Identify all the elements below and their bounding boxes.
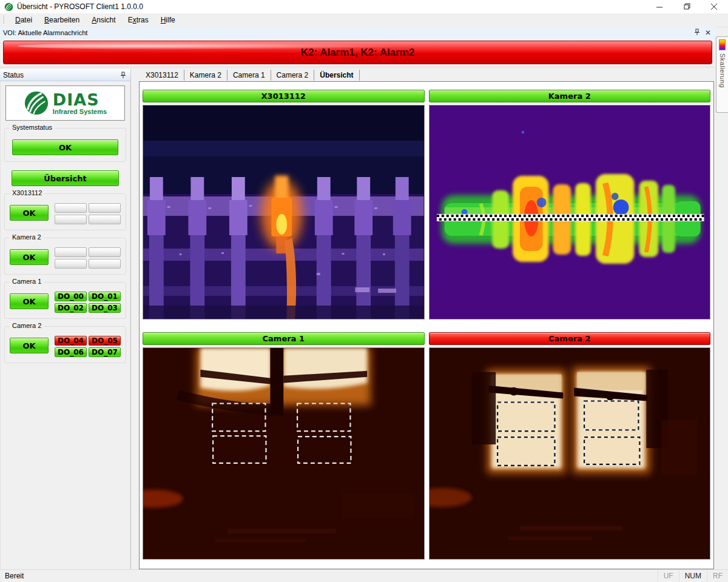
overview-page: X3013112: [139, 81, 714, 569]
window-title: Übersicht - PYROSOFT Client1 1.0.0.0: [17, 2, 143, 11]
alarm-message: K2: Alarm1, K2: Alarm2: [301, 47, 415, 59]
panel-status-header: X3013112: [143, 90, 425, 102]
sidebar-header: Status: [0, 69, 130, 81]
title-bar: Übersicht - PYROSOFT Client1 1.0.0.0: [0, 0, 728, 14]
device-ok-button[interactable]: OK: [10, 293, 49, 309]
toolbar-grip[interactable]: [2, 16, 5, 24]
status-bar: Bereit UF NUM RF: [0, 569, 728, 582]
minimize-button[interactable]: [646, 0, 673, 13]
pin-icon[interactable]: [120, 72, 130, 79]
pin-icon[interactable]: [694, 28, 700, 37]
digital-output-button[interactable]: DO_01: [89, 292, 121, 301]
logo-subtitle: Infrared Systems: [53, 109, 107, 115]
systemstatus-label: Systemstatus: [10, 124, 55, 131]
device-label: Kamera 2: [10, 233, 44, 241]
tab-camera-1[interactable]: Camera 1: [228, 70, 271, 81]
device-group-camera-2: Camera 2 OK DO_04 DO_05 DO_06 DO_07: [4, 326, 126, 363]
menu-bar: Datei Bearbeiten Ansicht Extras Hilfe: [0, 13, 728, 27]
tab-uebersicht[interactable]: Übersicht: [314, 70, 359, 81]
camera-panel-camera-1: Camera 1: [143, 332, 425, 560]
camera-panel-kamera-2: Kamera 2: [429, 90, 711, 319]
camera-panel-x3013112: X3013112: [143, 90, 425, 319]
indicator-num: NUM: [679, 570, 707, 582]
sidebar-title: Status: [0, 71, 24, 79]
panel-status-header-alarm: Camera 2: [429, 332, 711, 345]
digital-output-button[interactable]: [89, 247, 121, 257]
digital-output-button[interactable]: DO_06: [55, 347, 87, 357]
status-sidebar: Status DIAS Infrared System: [0, 69, 131, 570]
digital-output-button[interactable]: DO_07: [89, 347, 121, 357]
digital-output-button[interactable]: [89, 203, 121, 213]
alarm-banner: K2: Alarm1, K2: Alarm2: [3, 41, 712, 64]
view-tabstrip: X3013112 Kamera 2 Camera 1 Camera 2 Über…: [140, 69, 360, 81]
app-logo-icon: [4, 2, 13, 12]
tab-camera-2[interactable]: Camera 2: [271, 70, 315, 81]
digital-output-button[interactable]: [55, 259, 87, 269]
tab-x3013112[interactable]: X3013112: [140, 70, 184, 81]
thermal-image-kamera-2: [429, 105, 711, 319]
systemstatus-ok-button[interactable]: OK: [12, 139, 118, 155]
digital-output-button-alarm[interactable]: DO_04: [55, 336, 87, 346]
indicator-rf: RF: [707, 570, 728, 582]
skalierung-label: Skalierung: [719, 53, 726, 88]
camera-panel-camera-2: Camera 2: [429, 332, 711, 560]
voi-panel-title: VOI: Aktuelle Alarmnachricht: [0, 29, 87, 36]
device-group-x3013112: X3013112 OK: [4, 193, 126, 230]
voi-panel-header: VOI: Aktuelle Alarmnachricht ✕: [0, 27, 716, 39]
digital-output-button[interactable]: DO_00: [55, 292, 87, 301]
device-ok-button[interactable]: OK: [10, 249, 49, 265]
tab-kamera-2[interactable]: Kamera 2: [184, 70, 228, 81]
indicator-uf: UF: [658, 570, 679, 582]
digital-output-button-alarm[interactable]: DO_05: [89, 336, 121, 346]
panel-status-header: Camera 1: [143, 332, 425, 345]
menu-datei[interactable]: Datei: [9, 15, 38, 25]
overview-button[interactable]: Übersicht: [12, 170, 119, 186]
dias-logo-icon: [24, 90, 49, 116]
digital-output-button[interactable]: [55, 203, 87, 213]
device-label: Camera 1: [10, 278, 44, 285]
device-ok-button[interactable]: OK: [10, 338, 49, 353]
thermal-image-camera-1: [143, 347, 425, 560]
digital-output-button[interactable]: [89, 215, 121, 224]
status-ready-text: Bereit: [0, 572, 24, 580]
restore-button[interactable]: [673, 0, 701, 13]
device-ok-button[interactable]: OK: [10, 205, 49, 221]
close-panel-icon[interactable]: ✕: [705, 29, 711, 36]
device-group-camera-1: Camera 1 OK DO_00 DO_01 DO_02 DO_03: [4, 282, 126, 319]
dias-logo: DIAS Infrared Systems: [5, 85, 125, 121]
close-button[interactable]: [701, 0, 728, 13]
alarm-area: K2: Alarm1, K2: Alarm2: [0, 39, 715, 67]
device-group-kamera-2: Kamera 2 OK: [4, 238, 126, 275]
device-label: Camera 2: [10, 322, 44, 329]
thermal-image-x3013112: [143, 105, 425, 319]
digital-output-button[interactable]: [89, 259, 121, 269]
digital-output-button[interactable]: DO_03: [89, 303, 121, 313]
menu-bearbeiten[interactable]: Bearbeiten: [38, 15, 86, 25]
thermal-image-camera-2: [429, 347, 711, 560]
digital-output-button[interactable]: [55, 247, 87, 257]
device-label: X3013112: [10, 189, 44, 196]
application-window: Übersicht - PYROSOFT Client1 1.0.0.0 Dat…: [0, 0, 728, 582]
skalierung-dock-tab[interactable]: Skalierung: [716, 36, 728, 113]
systemstatus-group: Systemstatus OK: [4, 128, 126, 162]
digital-output-button[interactable]: DO_02: [55, 303, 87, 313]
panel-status-header: Kamera 2: [429, 90, 711, 102]
digital-output-button[interactable]: [55, 215, 87, 224]
menu-extras[interactable]: Extras: [122, 15, 155, 25]
colorbar-icon: [719, 39, 726, 50]
logo-name: DIAS: [53, 92, 99, 108]
menu-hilfe[interactable]: Hilfe: [155, 15, 181, 25]
menu-ansicht[interactable]: Ansicht: [86, 15, 121, 25]
